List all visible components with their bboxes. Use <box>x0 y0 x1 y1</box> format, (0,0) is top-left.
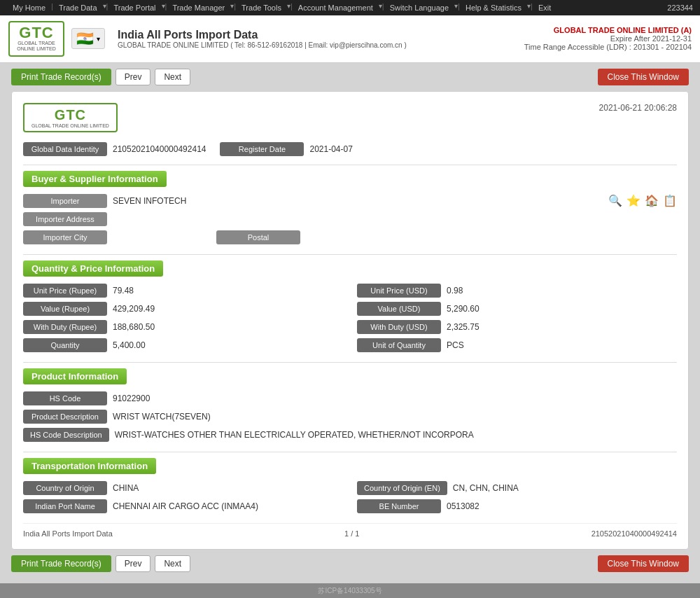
country-origin-en-col: Country of Origin (EN) CN, CHN, CHINA <box>357 481 677 495</box>
close-button[interactable]: Close This Window <box>598 69 689 85</box>
port-name-value: CHENNAI AIR CARGO ACC (INMAA4) <box>113 501 258 511</box>
country-origin-en-value: CN, CHN, CHINA <box>453 483 523 493</box>
close-button-bottom[interactable]: Close This Window <box>598 555 689 572</box>
clipboard-icon[interactable]: 📋 <box>663 194 677 207</box>
nav-trade-tools[interactable]: Trade Tools <box>236 2 287 13</box>
unit-price-usd-value: 0.98 <box>447 286 517 295</box>
transport-row-2: Indian Port Name CHENNAI AIR CARGO ACC (… <box>23 499 677 513</box>
value-rupee-value: 429,209.49 <box>113 304 183 314</box>
icp-footer: 苏ICP备14033305号 <box>0 583 700 598</box>
product-desc-row: Product Description WRIST WATCH(7SEVEN) <box>23 410 677 424</box>
user-id: 223344 <box>667 4 693 12</box>
print-button-bottom[interactable]: Print Trade Record(s) <box>11 555 111 572</box>
prev-button[interactable]: Prev <box>115 69 151 85</box>
price-row-1: Unit Price (Rupee) 79.48 Unit Price (USD… <box>23 284 677 298</box>
next-button[interactable]: Next <box>155 69 190 85</box>
unit-price-usd-col: Unit Price (USD) 0.98 <box>357 284 677 298</box>
nav-account-management[interactable]: Account Management <box>293 2 379 13</box>
register-date-label: Register Date <box>220 142 304 156</box>
with-duty-rupee-col: With Duty (Rupee) 188,680.50 <box>23 320 343 334</box>
page-title-block: India All Ports Import Data GLOBAL TRADE… <box>118 29 524 49</box>
port-name-col: Indian Port Name CHENNAI AIR CARGO ACC (… <box>23 499 343 513</box>
nav-help-statistics[interactable]: Help & Statistics <box>460 2 527 13</box>
transport-row-1: Country of Origin CHINA Country of Origi… <box>23 481 677 495</box>
nav-my-home[interactable]: My Home <box>7 2 51 13</box>
nav-exit[interactable]: Exit <box>533 2 556 13</box>
value-usd-col: Value (USD) 5,290.60 <box>357 302 677 316</box>
next-button-bottom[interactable]: Next <box>155 555 190 572</box>
with-duty-usd-value: 2,325.75 <box>447 322 517 332</box>
footer-center: 1 / 1 <box>344 529 359 538</box>
nav-trade-data[interactable]: Trade Data <box>53 2 103 13</box>
register-date-row: Register Date 2021-04-07 <box>220 142 352 156</box>
price-row-4: Quantity 5,400.00 Unit of Quantity PCS <box>23 338 677 352</box>
with-duty-rupee-label: With Duty (Rupee) <box>23 320 107 334</box>
product-section: Product Information HS Code 91022900 Pro… <box>23 368 677 442</box>
be-number-value: 0513082 <box>447 501 517 511</box>
print-button[interactable]: Print Trade Record(s) <box>11 69 111 85</box>
with-duty-usd-label: With Duty (USD) <box>357 320 441 334</box>
divider-1 <box>23 165 677 165</box>
footer-right: 21052021040000492414 <box>592 529 677 538</box>
time-range: Time Range Accessible (LDR) : 201301 - 2… <box>524 43 692 51</box>
quantity-price-section: Quantity & Price Information Unit Price … <box>23 260 677 352</box>
nav-trade-manager[interactable]: Trade Manager <box>167 2 230 13</box>
be-number-col: BE Number 0513082 <box>357 499 677 513</box>
card-footer: India All Ports Import Data 1 / 1 210520… <box>23 523 677 538</box>
buyer-action-icons[interactable]: 🔍 ⭐ 🏠 📋 <box>608 194 677 207</box>
importer-city-row: Importer City Postal <box>23 230 677 244</box>
buyer-supplier-section: Buyer & Supplier Information Importer SE… <box>23 171 677 244</box>
register-date-value: 2021-04-07 <box>309 144 352 154</box>
india-flag-icon: 🇮🇳 <box>76 30 94 47</box>
footer-left: India All Ports Import Data <box>23 529 113 538</box>
divider-3 <box>23 362 677 363</box>
importer-value: SEVEN INFOTECH <box>113 196 186 206</box>
unit-price-rupee-col: Unit Price (Rupee) 79.48 <box>23 284 343 298</box>
top-nav-links[interactable]: My Home | Trade Data ▾ | Trade Portal ▾ … <box>7 2 556 13</box>
flag-selector[interactable]: 🇮🇳 ▾ <box>71 28 105 49</box>
unit-of-quantity-col: Unit of Quantity PCS <box>357 338 677 352</box>
hs-code-label: HS Code <box>23 391 107 405</box>
prev-button-bottom[interactable]: Prev <box>115 555 151 572</box>
price-row-3: With Duty (Rupee) 188,680.50 With Duty (… <box>23 320 677 334</box>
importer-city-label: Importer City <box>23 230 107 244</box>
record-card: GTC GLOBAL TRADE ONLINE LIMITED 2021-06-… <box>11 91 689 550</box>
product-header: Product Information <box>23 368 127 384</box>
country-origin-col: Country of Origin CHINA <box>23 481 343 495</box>
card-logo-text: GTC <box>55 107 86 123</box>
account-info: GLOBAL TRADE ONLINE LIMITED (A) Expire A… <box>524 26 692 51</box>
home-icon[interactable]: 🏠 <box>645 194 659 207</box>
unit-price-usd-label: Unit Price (USD) <box>357 284 441 298</box>
favorite-icon[interactable]: ⭐ <box>626 194 640 207</box>
main-content: Print Trade Record(s) Prev Next Close Th… <box>0 63 700 583</box>
nav-trade-portal[interactable]: Trade Portal <box>108 2 161 13</box>
port-name-label: Indian Port Name <box>23 499 107 513</box>
price-row-2: Value (Rupee) 429,209.49 Value (USD) 5,2… <box>23 302 677 316</box>
quantity-value: 5,400.00 <box>113 340 183 350</box>
logo-subtitle: GLOBAL TRADE ONLINE LIMITED <box>15 41 57 53</box>
global-id-value: 21052021040000492414 <box>113 144 206 154</box>
company-logo: GTC GLOBAL TRADE ONLINE LIMITED <box>8 21 64 57</box>
page-header: GTC GLOBAL TRADE ONLINE LIMITED 🇮🇳 ▾ Ind… <box>0 15 700 63</box>
nav-switch-language[interactable]: Switch Language <box>384 2 454 13</box>
card-timestamp: 2021-06-21 20:06:28 <box>599 103 677 113</box>
unit-of-quantity-value: PCS <box>447 340 517 350</box>
unit-price-rupee-label: Unit Price (Rupee) <box>23 284 107 298</box>
unit-of-quantity-label: Unit of Quantity <box>357 338 441 352</box>
search-importer-icon[interactable]: 🔍 <box>608 194 622 207</box>
card-logo-sub: GLOBAL TRADE ONLINE LIMITED <box>31 123 109 128</box>
divider-4 <box>23 452 677 452</box>
flag-dropdown-icon: ▾ <box>97 35 100 43</box>
country-origin-en-label: Country of Origin (EN) <box>357 481 447 495</box>
with-duty-usd-col: With Duty (USD) 2,325.75 <box>357 320 677 334</box>
page-title: India All Ports Import Data <box>118 29 524 41</box>
icp-number: 苏ICP备14033305号 <box>318 587 382 594</box>
with-duty-rupee-value: 188,680.50 <box>113 322 183 332</box>
hs-desc-label: HS Code Description <box>23 428 109 442</box>
bottom-toolbar: Print Trade Record(s) Prev Next Close Th… <box>11 555 689 572</box>
page-subtitle: GLOBAL TRADE ONLINE LIMITED ( Tel: 86-51… <box>118 41 524 49</box>
postal-label: Postal <box>216 230 300 244</box>
value-usd-value: 5,290.60 <box>447 304 517 314</box>
product-desc-label: Product Description <box>23 410 107 424</box>
importer-address-row: Importer Address <box>23 212 677 226</box>
